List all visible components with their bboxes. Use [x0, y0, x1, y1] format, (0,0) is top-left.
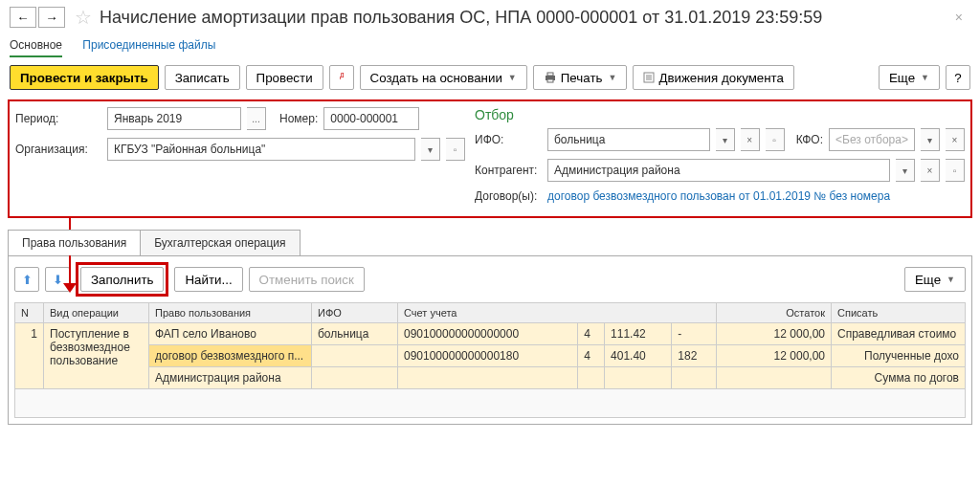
print-button[interactable]: Печать▼ [533, 65, 628, 90]
create-based-button[interactable]: Создать на основании▼ [360, 65, 527, 90]
document-icon [643, 72, 655, 83]
svg-rect-4 [547, 79, 553, 82]
contr-label: Контрагент: [475, 164, 542, 177]
printer-icon [544, 72, 557, 83]
kfo-label: КФО: [796, 133, 823, 146]
red-arrow-head [63, 283, 77, 293]
org-input[interactable]: КГБУЗ "Районная больница" [107, 138, 415, 161]
svg-text:Дт: Дт [340, 72, 344, 79]
org-label: Организация: [15, 143, 101, 156]
post-button[interactable]: Провести [246, 65, 323, 90]
number-label: Номер: [279, 112, 318, 125]
star-icon[interactable]: ☆ [75, 6, 92, 29]
move-up-button[interactable]: ⬆ [14, 267, 39, 292]
col-balance[interactable]: Остаток [717, 303, 832, 323]
filter-title: Отбор [475, 107, 965, 122]
dtkt-icon: ДтКт [340, 71, 344, 84]
col-op[interactable]: Вид операции [44, 303, 149, 323]
cancel-search-button[interactable]: Отменить поиск [249, 267, 365, 292]
movements-button[interactable]: Движения документа [633, 65, 794, 90]
table-more-button[interactable]: Еще▼ [904, 267, 966, 292]
col-account[interactable]: Счет учета [398, 303, 717, 323]
col-right[interactable]: Право пользования [149, 303, 312, 323]
number-input[interactable]: 0000-000001 [323, 107, 419, 130]
contr-open-button[interactable]: ▫ [946, 159, 965, 182]
ifo-clear-button[interactable]: × [741, 128, 760, 151]
contr-clear-button[interactable]: × [921, 159, 940, 182]
contr-input[interactable]: Администрация района [547, 159, 890, 182]
contr-dropdown-button[interactable]: ▾ [896, 159, 915, 182]
forward-button[interactable]: → [38, 7, 65, 28]
kfo-clear-button[interactable]: × [946, 128, 965, 151]
more-button[interactable]: Еще▼ [879, 65, 940, 90]
col-writeoff[interactable]: Списать [832, 303, 966, 323]
contracts-link[interactable]: договор безвозмездного пользован от 01.0… [547, 189, 890, 203]
back-button[interactable]: ← [10, 7, 36, 28]
period-select-button[interactable]: ... [247, 107, 266, 130]
org-dropdown-button[interactable]: ▾ [421, 138, 440, 161]
page-title: Начисление амортизации прав пользования … [100, 8, 947, 28]
org-open-button[interactable]: ▫ [446, 138, 465, 161]
nav-main[interactable]: Основное [10, 38, 62, 57]
ifo-input[interactable]: больница [547, 128, 710, 151]
nav-files[interactable]: Присоединенные файлы [82, 38, 215, 52]
col-ifo[interactable]: ИФО [312, 303, 398, 323]
ifo-dropdown-button[interactable]: ▾ [716, 128, 735, 151]
period-input[interactable]: Январь 2019 [107, 107, 241, 130]
find-button[interactable]: Найти... [174, 267, 242, 292]
dtkt-button[interactable]: ДтКт [329, 65, 354, 90]
rights-table: N Вид операции Право пользования ИФО Сче… [14, 302, 966, 418]
table-row[interactable]: 1 Поступление в безвозмездное пользовани… [15, 323, 966, 345]
kfo-dropdown-button[interactable]: ▾ [921, 128, 940, 151]
kfo-input[interactable]: <Без отбора> [829, 128, 915, 151]
help-button[interactable]: ? [946, 65, 970, 90]
post-close-button[interactable]: Провести и закрыть [10, 65, 159, 90]
ifo-open-button[interactable]: ▫ [766, 128, 785, 151]
svg-rect-3 [547, 73, 553, 76]
fill-highlight: Заполнить [76, 262, 168, 297]
period-label: Период: [15, 112, 101, 125]
tab-accounting[interactable]: Бухгалтерская операция [140, 230, 300, 255]
save-button[interactable]: Записать [165, 65, 240, 90]
table-row[interactable]: договор безвозмездного п... 090100000000… [15, 345, 966, 367]
filter-panel: Период: Январь 2019 ... Номер: 0000-0000… [8, 99, 972, 218]
ifo-label: ИФО: [475, 133, 542, 146]
table-row-empty [15, 389, 966, 418]
table-row[interactable]: Администрация района Сумма по догов [15, 367, 966, 389]
fill-button[interactable]: Заполнить [80, 267, 164, 292]
tab-rights[interactable]: Права пользования [8, 230, 141, 255]
col-n[interactable]: N [15, 303, 44, 323]
contracts-label: Договор(ы): [475, 189, 542, 203]
close-icon[interactable]: × [947, 10, 970, 25]
